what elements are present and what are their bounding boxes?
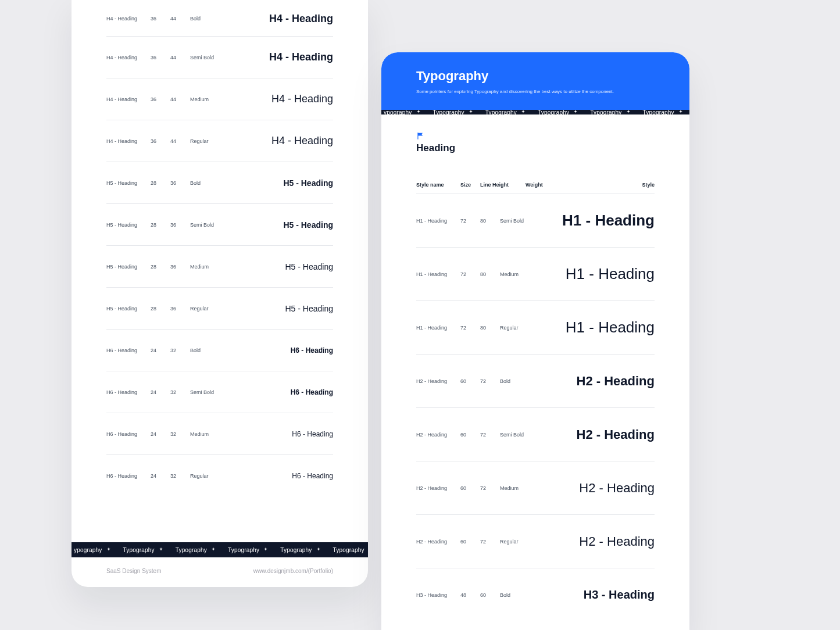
marquee-item: Typography	[480, 110, 532, 114]
cell-style-name: H6 - Heading	[106, 431, 140, 437]
cell-weight: Regular	[190, 306, 221, 312]
table-row: H6 - Heading2432RegularH6 - Heading	[106, 454, 333, 496]
cell-style-name: H1 - Heading	[416, 218, 450, 224]
sparkle-icon	[316, 547, 321, 553]
cell-weight: Regular	[500, 539, 531, 545]
sample-text: H2 - Heading	[577, 427, 655, 442]
cell-line-height: 80	[480, 271, 489, 277]
col-line-height: Line Height	[480, 182, 515, 188]
cell-weight: Bold	[190, 348, 221, 353]
cell-style-name: H1 - Heading	[416, 325, 450, 331]
cell-weight: Medium	[500, 485, 531, 491]
table-row: H2 - Heading6072Semi BoldH2 - Heading	[416, 407, 655, 461]
cell-style-name: H5 - Heading	[106, 306, 140, 312]
table-row: H4 - Heading3644MediumH4 - Heading	[106, 78, 333, 120]
marquee-text: Typography	[485, 110, 517, 114]
cell-size: 60	[460, 378, 470, 384]
marquee-text-partial: ypography	[74, 547, 102, 553]
typography-rows-right: H1 - Heading7280Semi BoldH1 - HeadingH1 …	[381, 194, 689, 621]
cell-weight: Medium	[190, 431, 221, 437]
sample-text: H5 - Heading	[283, 178, 333, 188]
cell-weight: Semi Bold	[190, 55, 221, 60]
cell-size: 72	[460, 271, 470, 277]
sample-text: H6 - Heading	[292, 472, 333, 480]
cell-weight: Medium	[190, 264, 221, 270]
marquee-item: Typography	[584, 110, 637, 114]
row-meta: H6 - Heading2432Medium	[106, 431, 221, 437]
typography-panel-right: Typography Some pointers for exploring T…	[381, 52, 689, 630]
cell-style-name: H6 - Heading	[106, 473, 140, 479]
cell-style-name: H5 - Heading	[106, 180, 140, 186]
sample-text: H2 - Heading	[579, 481, 655, 496]
footer: SaaS Design System www.designjmb.com/(Po…	[72, 557, 368, 587]
marquee-item: Typography	[427, 110, 480, 114]
col-size: Size	[460, 182, 470, 188]
row-meta: H5 - Heading2836Bold	[106, 180, 221, 186]
marquee-item: ypography	[384, 110, 427, 114]
sample-text: H4 - Heading	[271, 135, 333, 147]
table-row: H2 - Heading6072MediumH2 - Heading	[416, 461, 655, 514]
row-meta: H2 - Heading6072Semi Bold	[416, 432, 531, 438]
marquee-item: Typography	[274, 547, 327, 553]
col-weight: Weight	[526, 182, 557, 188]
cell-line-height: 80	[480, 218, 489, 224]
marquee-text: Typography	[538, 110, 569, 114]
cell-line-height: 72	[480, 378, 489, 384]
marquee-text: Typography	[176, 547, 207, 553]
section-heading: Heading	[381, 114, 689, 159]
cell-weight: Medium	[190, 96, 221, 102]
cell-line-height: 72	[480, 539, 489, 545]
cell-line-height: 32	[170, 389, 180, 395]
sparkle-icon	[263, 547, 269, 553]
marquee-text: Typography	[333, 547, 364, 553]
table-row: H5 - Heading2836RegularH5 - Heading	[106, 287, 333, 329]
sample-text: H5 - Heading	[285, 304, 334, 313]
marquee-text-partial: ypography	[384, 110, 412, 114]
sparkle-icon	[468, 110, 474, 114]
footer-brand: SaaS Design System	[106, 568, 162, 574]
row-meta: H3 - Heading4860Bold	[416, 592, 531, 598]
table-row: H5 - Heading2836BoldH5 - Heading	[106, 162, 333, 203]
cell-weight: Bold	[500, 378, 531, 384]
table-row: H6 - Heading2432BoldH6 - Heading	[106, 329, 333, 371]
sample-text: H4 - Heading	[269, 13, 333, 25]
row-meta: H5 - Heading2836Semi Bold	[106, 222, 221, 228]
marquee-text: Typography	[433, 110, 464, 114]
row-meta: H6 - Heading2432Regular	[106, 473, 221, 479]
cell-size: 72	[460, 218, 470, 224]
table-row: H4 - Heading3644RegularH4 - Heading	[106, 120, 333, 162]
row-meta: H4 - Heading3644Regular	[106, 138, 221, 144]
sparkle-icon	[416, 110, 421, 114]
section-title: Heading	[416, 142, 655, 154]
table-row: H6 - Heading2432Semi BoldH6 - Heading	[106, 371, 333, 413]
cell-line-height: 36	[170, 180, 180, 186]
sample-text: H6 - Heading	[291, 388, 333, 396]
cell-weight: Bold	[190, 16, 221, 22]
table-row: H1 - Heading7280Semi BoldH1 - Heading	[416, 194, 655, 247]
cell-line-height: 44	[170, 138, 180, 144]
cell-weight: Semi Bold	[500, 218, 531, 224]
cell-size: 24	[151, 389, 160, 395]
sample-text: H3 - Heading	[584, 588, 655, 602]
cell-style-name: H4 - Heading	[106, 96, 140, 102]
cell-style-name: H5 - Heading	[106, 264, 140, 270]
cell-size: 36	[151, 16, 160, 22]
cell-line-height: 32	[170, 348, 180, 353]
footer-portfolio-link[interactable]: www.designjmb.com/(Portfolio)	[253, 568, 333, 574]
sparkle-icon	[678, 110, 684, 114]
row-meta: H2 - Heading6072Bold	[416, 378, 531, 384]
row-meta: H2 - Heading6072Medium	[416, 485, 531, 491]
sample-text: H1 - Heading	[562, 212, 655, 230]
cell-style-name: H1 - Heading	[416, 271, 450, 277]
sample-text: H4 - Heading	[269, 51, 333, 63]
cell-weight: Semi Bold	[190, 389, 221, 395]
marquee-item: Typography	[170, 547, 222, 553]
cell-size: 28	[151, 180, 160, 186]
cell-size: 60	[460, 539, 470, 545]
table-row: H5 - Heading2836Semi BoldH5 - Heading	[106, 203, 333, 245]
row-meta: H1 - Heading7280Regular	[416, 325, 531, 331]
marquee-text: Typography	[643, 110, 674, 114]
cell-size: 28	[151, 306, 160, 312]
col-style: Style	[642, 182, 655, 188]
cell-style-name: H2 - Heading	[416, 432, 450, 438]
